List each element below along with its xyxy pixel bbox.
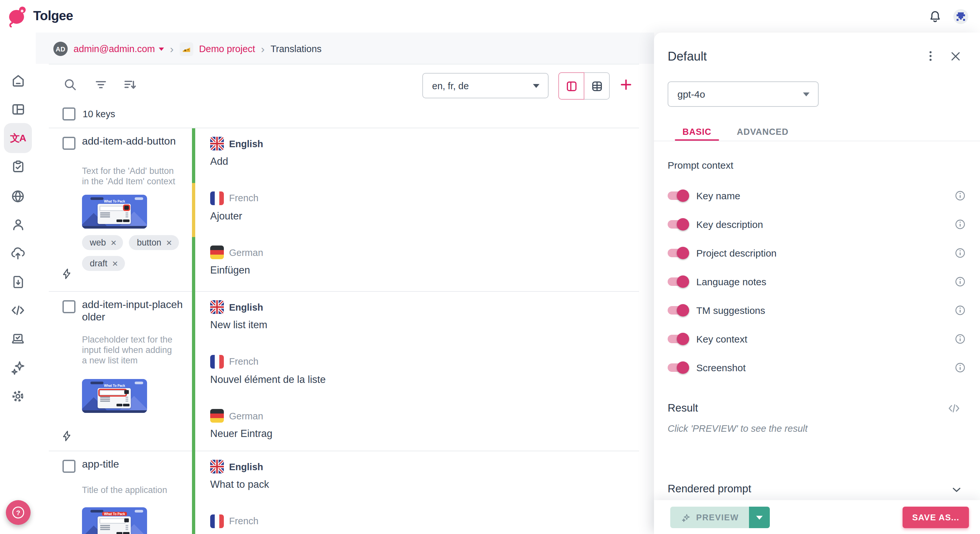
- sidebar-item-home[interactable]: [4, 67, 32, 94]
- translation-cell[interactable]: English New list item: [210, 292, 639, 346]
- tab-basic[interactable]: BASIC: [675, 123, 719, 141]
- sort-button[interactable]: [123, 78, 137, 92]
- rendered-prompt-heading[interactable]: Rendered prompt: [668, 483, 751, 495]
- search-icon: [63, 78, 78, 92]
- tag-chip[interactable]: button✕: [129, 235, 179, 250]
- tag-remove-icon[interactable]: ✕: [112, 259, 118, 268]
- sidebar-item-translations[interactable]: 文A: [4, 123, 32, 153]
- key-cell[interactable]: add-item-add-button Text for the 'Add' b…: [49, 128, 192, 292]
- info-icon[interactable]: [954, 189, 966, 202]
- active-tab-indicator: [675, 139, 719, 141]
- toggle-switch[interactable]: [668, 361, 689, 373]
- breadcrumb-project-link[interactable]: Demo project: [199, 44, 255, 54]
- kebab-menu-icon[interactable]: [923, 49, 938, 63]
- sidebar-item-ai[interactable]: [4, 354, 32, 381]
- help-button[interactable]: ?: [6, 500, 30, 525]
- translation-cell[interactable]: French Quoi emballer: [210, 506, 639, 534]
- save-as-button[interactable]: SAVE AS...: [902, 507, 969, 528]
- project-icon: [180, 42, 193, 56]
- select-all-checkbox[interactable]: [62, 107, 75, 121]
- search-button[interactable]: [63, 78, 78, 92]
- row-checkbox[interactable]: [62, 300, 75, 313]
- translation-value[interactable]: What to pack: [210, 479, 269, 490]
- auto-translate-bolt-icon[interactable]: [60, 430, 73, 445]
- translation-value[interactable]: New list item: [210, 319, 267, 331]
- languages-select[interactable]: en, fr, de: [422, 73, 549, 98]
- flag-gb-icon: [210, 300, 224, 314]
- translation-cell[interactable]: English Add: [210, 128, 639, 183]
- key-cell[interactable]: add-item-input-placeholder Placeholder t…: [49, 292, 192, 455]
- sidebar-item-developer[interactable]: [4, 325, 32, 352]
- screenshot-thumbnail[interactable]: What To Pack: [82, 379, 147, 413]
- translation-cell[interactable]: French Nouvel élément de la liste: [210, 346, 639, 400]
- translation-value[interactable]: Add: [210, 156, 228, 167]
- preview-dropdown-button[interactable]: [749, 507, 770, 528]
- chevron-down-icon[interactable]: [950, 483, 963, 499]
- sidebar-item-members[interactable]: [4, 211, 32, 238]
- toggle-switch[interactable]: [668, 304, 689, 316]
- members-icon: [10, 217, 26, 233]
- key-name[interactable]: add-item-input-placeholder: [82, 299, 183, 324]
- toggle-switch[interactable]: [668, 275, 689, 287]
- home-icon: [10, 73, 26, 89]
- info-icon[interactable]: [954, 332, 966, 345]
- translation-cell[interactable]: English What to pack: [210, 451, 639, 506]
- screenshot-thumbnail[interactable]: What To Pack: [82, 195, 147, 229]
- breadcrumb-separator-icon: ›: [170, 43, 173, 54]
- tag-chip[interactable]: web✕: [82, 235, 123, 250]
- toggle-switch[interactable]: [668, 218, 689, 230]
- view-side-by-side-button[interactable]: [558, 72, 584, 100]
- breadcrumb-account-link[interactable]: admin@admin.com: [73, 44, 164, 54]
- result-code-icon[interactable]: [947, 401, 961, 416]
- sidebar-item-integrate[interactable]: [4, 296, 32, 324]
- preview-button[interactable]: PREVIEW: [670, 507, 749, 528]
- key-name[interactable]: app-title: [82, 459, 183, 471]
- tag-remove-icon[interactable]: ✕: [111, 238, 117, 247]
- info-icon[interactable]: [954, 218, 966, 230]
- sidebar-item-tasks[interactable]: [4, 153, 32, 180]
- row-checkbox[interactable]: [62, 460, 75, 473]
- translation-cell[interactable]: German Einfügen: [210, 238, 639, 292]
- model-select[interactable]: gpt-4o: [668, 81, 819, 107]
- account-avatar-badge[interactable]: AD: [53, 42, 68, 56]
- translation-cell[interactable]: French Ajouter: [210, 183, 639, 237]
- info-icon[interactable]: [954, 304, 966, 316]
- row-checkbox[interactable]: [62, 137, 75, 150]
- view-table-button[interactable]: [584, 72, 610, 100]
- translation-value[interactable]: Einfügen: [210, 265, 250, 276]
- tolgee-logo-icon[interactable]: [7, 5, 29, 27]
- sidebar-item-languages[interactable]: [4, 182, 32, 210]
- toggle-switch[interactable]: [668, 247, 689, 259]
- screenshot-thumbnail[interactable]: What To Pack: [82, 507, 147, 534]
- sidebar-item-dashboard[interactable]: [4, 96, 32, 123]
- sidebar-item-export[interactable]: [4, 268, 32, 296]
- context-option-row: Key context: [668, 324, 966, 353]
- translations-cell: English Add French Ajouter Ger: [210, 128, 639, 292]
- sidebar-item-import[interactable]: [4, 240, 32, 267]
- info-icon[interactable]: [954, 275, 966, 287]
- tab-advanced[interactable]: ADVANCED: [735, 123, 791, 141]
- key-cell[interactable]: app-title Title of the application What …: [49, 451, 192, 534]
- user-avatar[interactable]: [953, 9, 968, 24]
- translation-cell[interactable]: German Neuer Eintrag: [210, 401, 639, 455]
- view-side-by-side-icon: [565, 79, 578, 93]
- toggle-switch[interactable]: [668, 189, 689, 202]
- add-key-button[interactable]: [619, 78, 633, 92]
- toggle-switch[interactable]: [668, 332, 689, 345]
- translation-value[interactable]: Ajouter: [210, 210, 242, 222]
- translation-value[interactable]: Neuer Eintrag: [210, 428, 272, 440]
- translation-value[interactable]: Nouvel élément de la liste: [210, 373, 326, 385]
- sidebar-item-settings[interactable]: [4, 382, 32, 410]
- tag-chip[interactable]: draft✕: [82, 256, 125, 271]
- info-icon[interactable]: [954, 247, 966, 259]
- notifications-bell-icon[interactable]: [928, 10, 942, 24]
- close-icon[interactable]: [948, 49, 963, 63]
- export-icon: [10, 274, 26, 290]
- auto-translate-bolt-icon[interactable]: [60, 268, 73, 283]
- info-icon[interactable]: [954, 361, 966, 373]
- filter-button[interactable]: [94, 78, 108, 92]
- key-name[interactable]: add-item-add-button: [82, 135, 183, 148]
- tag-remove-icon[interactable]: ✕: [166, 238, 172, 247]
- chevron-down-icon: [533, 84, 539, 88]
- flag-gb-icon: [210, 460, 224, 473]
